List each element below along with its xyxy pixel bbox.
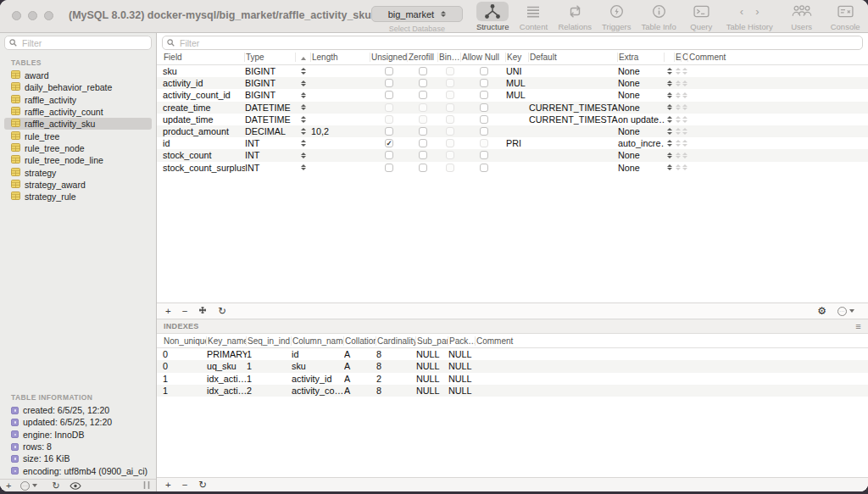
structure-row[interactable]: update_timeDATETIMECURRENT_TIMESTAMPon u…	[157, 114, 868, 125]
allow-null-checkbox[interactable]	[480, 164, 488, 172]
extra-cell[interactable]: None	[618, 163, 665, 173]
sidebar-item-raffle_activity_count[interactable]: raffle_activity_count	[4, 106, 152, 118]
history-forward-icon[interactable]: ›	[755, 4, 759, 19]
allow-null-checkbox[interactable]	[480, 127, 488, 136]
default-cell[interactable]: CURRENT_TIMESTAMP	[529, 103, 618, 113]
extra-cell[interactable]: None	[618, 126, 665, 136]
column-header[interactable]: Comment	[688, 53, 868, 62]
sidebar-item-award[interactable]: award	[4, 69, 152, 81]
add-table-button[interactable]: +	[6, 480, 11, 491]
unsigned-checkbox[interactable]	[385, 79, 393, 87]
remove-index-button[interactable]: −	[182, 480, 188, 490]
column-header[interactable]	[665, 53, 675, 62]
default-cell[interactable]: CURRENT_TIMESTAMP	[529, 114, 618, 125]
type-cell[interactable]: INT	[245, 163, 296, 173]
unsigned-checkbox[interactable]	[385, 127, 393, 136]
history-back-icon[interactable]: ‹	[740, 4, 743, 19]
extra-cell[interactable]: None	[618, 150, 665, 160]
sidebar-item-rule_tree_node_line[interactable]: rule_tree_node_line	[4, 154, 152, 166]
index-row[interactable]: 0uq_sku1skuA8NULLNULL	[157, 360, 868, 372]
table-actions-button[interactable]: ···	[20, 481, 37, 491]
extra-cell[interactable]: on update…	[618, 114, 665, 125]
extra-stepper[interactable]	[667, 104, 672, 111]
sidebar-item-daily_behavior_rebate[interactable]: daily_behavior_rebate	[4, 81, 152, 93]
unsigned-checkbox[interactable]	[385, 67, 393, 75]
field-cell[interactable]: activity_id	[163, 78, 245, 88]
toolbar-item-content[interactable]: Content	[514, 0, 553, 31]
zerofill-checkbox[interactable]	[419, 79, 427, 87]
type-stepper[interactable]	[301, 164, 306, 171]
add-index-button[interactable]: +	[165, 480, 171, 490]
allow-null-checkbox[interactable]	[480, 115, 488, 124]
type-cell[interactable]: BIGINT	[245, 66, 296, 76]
add-field-button[interactable]: +	[165, 306, 171, 316]
column-header[interactable]: Default	[529, 53, 618, 62]
extra-cell[interactable]: auto_incre…	[618, 138, 665, 148]
structure-row[interactable]: product_amountDECIMAL10,2None	[157, 125, 868, 137]
sidebar-item-raffle_activity_sku[interactable]: raffle_activity_sku	[4, 118, 152, 130]
zerofill-checkbox[interactable]	[419, 139, 427, 147]
index-row[interactable]: 1idx_acti…1activity_idA2NULLNULL	[157, 373, 868, 385]
gear-button[interactable]: ⚙	[817, 305, 826, 317]
toolbar-item-users[interactable]: Users	[778, 0, 826, 31]
toolbar-item-table-history[interactable]: ‹›Table History	[721, 0, 778, 31]
type-stepper[interactable]	[301, 153, 306, 159]
sidebar-item-rule_tree_node[interactable]: rule_tree_node	[4, 142, 152, 154]
structure-row[interactable]: create_timeDATETIMECURRENT_TIMESTAMPNone	[157, 102, 868, 114]
type-stepper[interactable]	[301, 116, 306, 123]
refresh-tables-button[interactable]: ↻	[52, 480, 59, 491]
sidebar-item-strategy_award[interactable]: strategy_award	[4, 179, 152, 191]
column-header[interactable]: Key_name	[207, 336, 247, 346]
column-header[interactable]: Sub_part	[416, 336, 448, 346]
column-header[interactable]	[296, 53, 311, 62]
column-header[interactable]: E	[675, 53, 682, 62]
type-cell[interactable]: DECIMAL	[245, 126, 296, 136]
structure-row[interactable]: idINT✓PRIauto_incre…	[157, 137, 868, 149]
field-cell[interactable]: activity_count_id	[163, 90, 245, 100]
unsigned-checkbox[interactable]	[385, 91, 393, 99]
hamburger-icon[interactable]: ≡	[855, 321, 861, 331]
refresh-indexes-button[interactable]: ↻	[198, 479, 207, 491]
eye-icon[interactable]	[70, 482, 81, 490]
structure-row[interactable]: activity_count_idBIGINTMULNone	[157, 89, 868, 101]
extra-stepper[interactable]	[667, 116, 672, 123]
extra-cell[interactable]: None	[618, 90, 665, 100]
column-header[interactable]: Non_unique	[163, 336, 207, 346]
sidebar-item-raffle_activity[interactable]: raffle_activity	[4, 94, 152, 106]
unsigned-checkbox[interactable]: ✓	[385, 139, 393, 147]
type-cell[interactable]: INT	[245, 138, 296, 148]
column-header[interactable]: Key	[506, 53, 529, 62]
structure-filter-input[interactable]	[178, 37, 858, 49]
sidebar-filter-input[interactable]	[20, 37, 147, 49]
allow-null-checkbox[interactable]	[480, 67, 488, 75]
structure-row[interactable]: stock_count_surplusINTNone	[157, 162, 868, 174]
extra-stepper[interactable]	[667, 164, 672, 171]
field-cell[interactable]: stock_count_surplus	[163, 163, 245, 173]
zerofill-checkbox[interactable]	[419, 67, 427, 75]
column-header[interactable]: Comment	[476, 336, 868, 346]
type-stepper[interactable]	[301, 68, 306, 75]
column-header[interactable]: Collation	[344, 336, 376, 346]
type-stepper[interactable]	[301, 140, 306, 147]
minimize-button[interactable]	[28, 11, 37, 20]
toolbar-item-relations[interactable]: Relations	[553, 0, 597, 31]
close-button[interactable]	[12, 11, 21, 20]
column-header[interactable]: Zerofill	[408, 53, 438, 62]
field-cell[interactable]: product_amount	[163, 126, 245, 136]
column-header[interactable]: Column_name	[292, 336, 344, 346]
zerofill-checkbox[interactable]	[419, 91, 427, 99]
column-header[interactable]: Extra	[618, 53, 665, 62]
toolbar-item-console[interactable]: Console	[826, 0, 865, 31]
extra-stepper[interactable]	[667, 68, 672, 75]
sidebar-item-strategy_rule[interactable]: strategy_rule	[4, 191, 152, 203]
column-header[interactable]: Length	[311, 53, 370, 62]
database-select[interactable]: big_market	[371, 6, 463, 22]
type-stepper[interactable]	[301, 104, 306, 111]
extra-stepper[interactable]	[667, 92, 672, 99]
allow-null-checkbox[interactable]	[480, 151, 488, 159]
length-cell[interactable]: 10,2	[311, 126, 370, 136]
field-actions-button[interactable]: ···	[837, 307, 854, 316]
remove-field-button[interactable]: −	[182, 306, 188, 316]
toolbar-item-triggers[interactable]: Triggers	[597, 0, 637, 31]
column-header[interactable]: Unsigned	[370, 53, 408, 62]
